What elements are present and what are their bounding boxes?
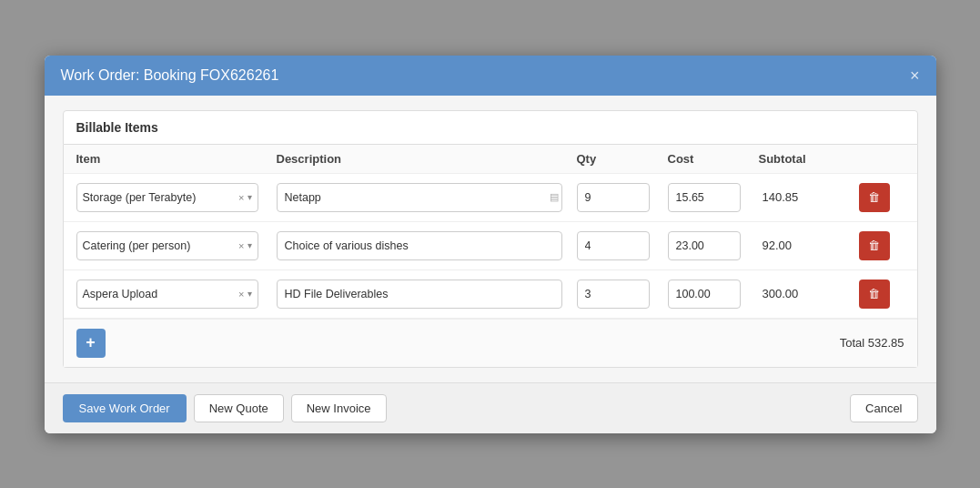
item-select-text-row3: Aspera Upload bbox=[83, 288, 239, 300]
item-select-text-row1: Storage (per Terabyte) bbox=[83, 191, 239, 204]
subtotal-row3: 300.00 bbox=[759, 287, 799, 300]
new-invoice-button[interactable]: New Invoice bbox=[291, 394, 387, 422]
delete-button-row3[interactable]: 🗑 bbox=[859, 280, 890, 309]
delete-button-row1[interactable]: 🗑 bbox=[859, 183, 890, 212]
qty-input-row3[interactable] bbox=[577, 280, 650, 309]
qty-input-row1[interactable] bbox=[577, 183, 650, 212]
col-item: Item bbox=[76, 152, 277, 166]
col-qty: Qty bbox=[577, 152, 668, 166]
item-select-text-row2: Catering (per person) bbox=[83, 239, 239, 252]
item-chevron-row1[interactable]: ▾ bbox=[248, 192, 252, 202]
desc-input-row3[interactable] bbox=[277, 280, 562, 309]
modal-footer: Save Work Order New Quote New Invoice Ca… bbox=[45, 382, 936, 433]
subtotal-row1: 140.85 bbox=[759, 190, 799, 204]
item-clear-row1[interactable]: × bbox=[238, 192, 244, 203]
doc-icon-row1: ▤ bbox=[550, 191, 559, 203]
billable-items-table: Item Description Qty Cost Subtotal Stora… bbox=[63, 145, 918, 368]
delete-button-row2[interactable]: 🗑 bbox=[859, 231, 890, 260]
cancel-button[interactable]: Cancel bbox=[850, 394, 917, 422]
work-order-modal: Work Order: Booking FOX626261 × Billable… bbox=[45, 56, 936, 433]
col-description: Description bbox=[277, 152, 577, 166]
item-chevron-row2[interactable]: ▾ bbox=[248, 240, 252, 250]
table-footer: + Total 532.85 bbox=[64, 319, 917, 367]
new-quote-button[interactable]: New Quote bbox=[194, 394, 284, 422]
table-header: Item Description Qty Cost Subtotal bbox=[64, 145, 917, 174]
trash-icon-row2: 🗑 bbox=[868, 239, 880, 252]
cost-input-row2[interactable] bbox=[668, 231, 741, 260]
cost-input-row3[interactable] bbox=[668, 280, 741, 309]
col-actions bbox=[859, 152, 904, 166]
item-chevron-row3[interactable]: ▾ bbox=[248, 289, 252, 299]
add-row-button[interactable]: + bbox=[76, 329, 106, 358]
item-select-row1[interactable]: Storage (per Terabyte) × ▾ bbox=[76, 183, 258, 212]
modal-overlay: Work Order: Booking FOX626261 × Billable… bbox=[0, 0, 980, 488]
desc-input-row1[interactable] bbox=[277, 183, 562, 212]
item-clear-row2[interactable]: × bbox=[238, 240, 244, 251]
item-select-row3[interactable]: Aspera Upload × ▾ bbox=[76, 280, 258, 309]
table-row: Catering (per person) × ▾ bbox=[64, 222, 917, 270]
trash-icon-row3: 🗑 bbox=[868, 287, 880, 300]
table-row: Aspera Upload × ▾ bbox=[64, 270, 917, 319]
cost-input-row1[interactable] bbox=[668, 183, 741, 212]
modal-header: Work Order: Booking FOX626261 × bbox=[45, 56, 936, 96]
modal-body: Billable Items Item Description Qty Cost… bbox=[45, 96, 936, 382]
modal-title: Work Order: Booking FOX626261 bbox=[61, 67, 279, 84]
subtotal-row2: 92.00 bbox=[759, 239, 793, 252]
save-work-order-button[interactable]: Save Work Order bbox=[63, 394, 187, 422]
footer-left-actions: Save Work Order New Quote New Invoice bbox=[63, 394, 387, 422]
desc-input-row2[interactable] bbox=[277, 231, 562, 260]
col-subtotal: Subtotal bbox=[759, 152, 859, 166]
section-title: Billable Items bbox=[63, 110, 918, 145]
table-row: Storage (per Terabyte) × ▾ ▤ bbox=[64, 174, 917, 222]
trash-icon-row1: 🗑 bbox=[868, 190, 880, 204]
item-select-row2[interactable]: Catering (per person) × ▾ bbox=[76, 231, 258, 260]
plus-icon: + bbox=[86, 333, 96, 352]
qty-input-row2[interactable] bbox=[577, 231, 650, 260]
item-clear-row3[interactable]: × bbox=[238, 289, 244, 300]
modal-close-button[interactable]: × bbox=[910, 67, 920, 84]
total-label: Total 532.85 bbox=[840, 336, 904, 350]
col-cost: Cost bbox=[668, 152, 759, 166]
